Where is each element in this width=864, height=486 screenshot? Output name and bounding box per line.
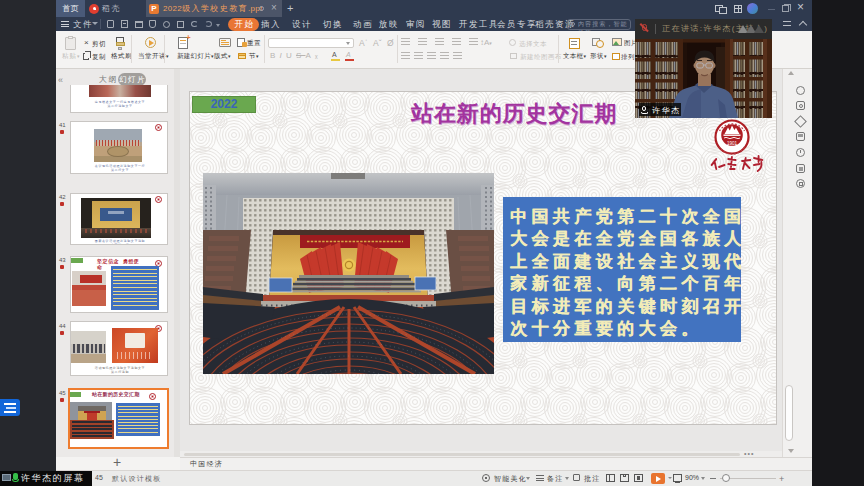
- svg-text:1901: 1901: [727, 141, 738, 146]
